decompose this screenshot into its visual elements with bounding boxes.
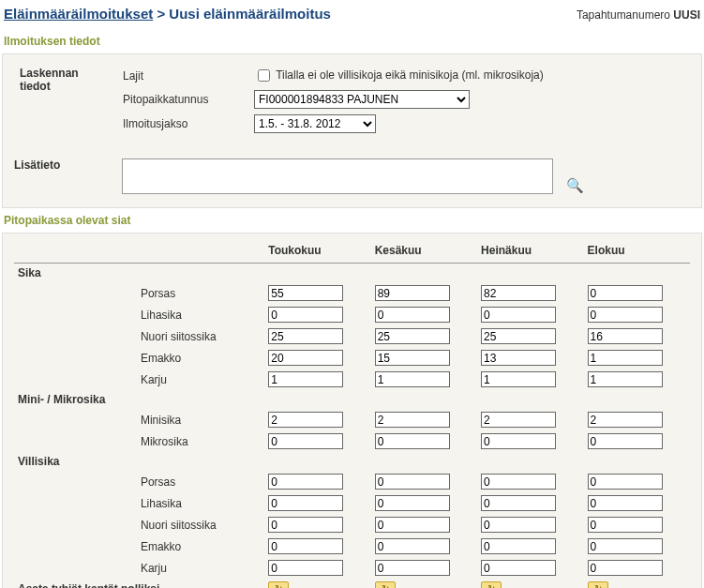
- pitopaikka-label: Pitopaikkatunnus: [117, 87, 248, 112]
- group-header: Sika: [14, 264, 690, 283]
- value-input[interactable]: [588, 560, 663, 576]
- value-input[interactable]: [588, 371, 663, 387]
- info-panel: Laskennan tiedot Lajit Tilalla ei ole vi…: [2, 53, 702, 208]
- row-label: Nuori siitossika: [137, 514, 264, 535]
- value-input[interactable]: [268, 560, 343, 576]
- value-input[interactable]: [375, 517, 450, 533]
- row-label: Minisika: [137, 409, 264, 430]
- value-input[interactable]: [588, 350, 663, 366]
- value-input[interactable]: [481, 371, 556, 387]
- value-input[interactable]: [375, 285, 450, 301]
- value-input[interactable]: [588, 285, 663, 301]
- row-label: Emakko: [137, 535, 264, 557]
- pigs-panel: Toukokuu Kesäkuu Heinäkuu Elokuu SikaPor…: [2, 233, 702, 588]
- value-input[interactable]: [481, 285, 556, 301]
- table-row: Lihasika: [14, 304, 690, 325]
- value-input[interactable]: [268, 538, 343, 554]
- set-zero-button-kesakuu[interactable]: ↻: [375, 581, 396, 588]
- value-input[interactable]: [481, 412, 556, 428]
- group-header: Villisika: [14, 452, 690, 471]
- value-input[interactable]: [375, 538, 450, 554]
- value-input[interactable]: [268, 285, 343, 301]
- table-row: Mikrosika: [14, 430, 690, 452]
- value-input[interactable]: [588, 307, 663, 323]
- col-header-kesakuu: Kesäkuu: [371, 241, 477, 264]
- group-label: Laskennan tiedot: [14, 64, 117, 136]
- row-label: Lihasika: [137, 492, 264, 514]
- value-input[interactable]: [268, 433, 343, 449]
- table-row: Nuori siitossika: [14, 514, 690, 535]
- group-header: Mini- / Mikrosika: [14, 390, 690, 409]
- table-row: Karju: [14, 369, 690, 390]
- value-input[interactable]: [481, 474, 556, 490]
- pitopaikka-select[interactable]: FI000001894833 PAJUNEN: [254, 90, 470, 109]
- value-input[interactable]: [481, 328, 556, 344]
- row-label: Lihasika: [137, 304, 264, 325]
- event-number-value: UUSI: [673, 8, 700, 22]
- lisatieto-label: Lisätieto: [14, 158, 112, 172]
- value-input[interactable]: [268, 307, 343, 323]
- section-title-pigs: Pitopaikassa olevat siat: [2, 208, 702, 233]
- value-input[interactable]: [481, 350, 556, 366]
- value-input[interactable]: [481, 560, 556, 576]
- col-header-elokuu: Elokuu: [584, 241, 690, 264]
- table-row: Karju: [14, 557, 690, 579]
- value-input[interactable]: [588, 517, 663, 533]
- value-input[interactable]: [268, 474, 343, 490]
- value-input[interactable]: [375, 474, 450, 490]
- breadcrumb-root-link[interactable]: Eläinmääräilmoitukset: [4, 6, 153, 22]
- table-row: Minisika: [14, 409, 690, 430]
- event-number: Tapahtumanumero UUSI: [577, 8, 700, 22]
- value-input[interactable]: [588, 538, 663, 554]
- value-input[interactable]: [375, 350, 450, 366]
- table-row: Porsas: [14, 471, 690, 492]
- value-input[interactable]: [375, 495, 450, 511]
- value-input[interactable]: [268, 328, 343, 344]
- set-zero-label: Aseta tyhjät kentät nolliksi: [14, 579, 264, 588]
- value-input[interactable]: [375, 307, 450, 323]
- row-label: Porsas: [137, 282, 264, 304]
- value-input[interactable]: [268, 350, 343, 366]
- table-row: Nuori siitossika: [14, 325, 690, 347]
- lisatieto-textarea[interactable]: [122, 158, 553, 194]
- ilmoitusjakso-select[interactable]: 1.5. - 31.8. 2012: [254, 114, 376, 133]
- value-input[interactable]: [268, 371, 343, 387]
- row-label: Karju: [137, 369, 264, 390]
- value-input[interactable]: [268, 517, 343, 533]
- no-pigs-checkbox[interactable]: [258, 69, 270, 82]
- row-label: Nuori siitossika: [137, 325, 264, 347]
- value-input[interactable]: [375, 328, 450, 344]
- set-zero-button-heinakuu[interactable]: ↻: [481, 581, 502, 588]
- breadcrumb-separator: >: [157, 6, 165, 22]
- value-input[interactable]: [481, 538, 556, 554]
- event-number-label: Tapahtumanumero: [577, 8, 670, 22]
- value-input[interactable]: [481, 433, 556, 449]
- set-zero-button-elokuu[interactable]: ↻: [588, 581, 608, 588]
- search-icon[interactable]: 🔍: [562, 177, 584, 194]
- value-input[interactable]: [588, 495, 663, 511]
- row-label: Porsas: [137, 471, 264, 492]
- col-header-heinakuu: Heinäkuu: [477, 241, 583, 264]
- row-label: Emakko: [137, 347, 264, 369]
- breadcrumb-current: Uusi eläinmääräilmoitus: [169, 6, 331, 22]
- value-input[interactable]: [375, 560, 450, 576]
- set-zero-button-toukokuu[interactable]: ↻: [268, 581, 289, 588]
- value-input[interactable]: [375, 433, 450, 449]
- value-input[interactable]: [481, 495, 556, 511]
- breadcrumb: Eläinmääräilmoitukset > Uusi eläinmääräi…: [4, 6, 331, 22]
- value-input[interactable]: [481, 307, 556, 323]
- table-row: Emakko: [14, 347, 690, 369]
- value-input[interactable]: [481, 517, 556, 533]
- value-input[interactable]: [588, 328, 663, 344]
- value-input[interactable]: [375, 371, 450, 387]
- section-title-info: Ilmoituksen tiedot: [2, 29, 702, 53]
- value-input[interactable]: [588, 474, 663, 490]
- table-row: Emakko: [14, 535, 690, 557]
- lajit-label: Lajit: [117, 64, 248, 87]
- value-input[interactable]: [268, 412, 343, 428]
- value-input[interactable]: [588, 412, 663, 428]
- value-input[interactable]: [588, 433, 663, 449]
- ilmoitusjakso-label: Ilmoitusjakso: [117, 112, 248, 136]
- value-input[interactable]: [375, 412, 450, 428]
- value-input[interactable]: [268, 495, 343, 511]
